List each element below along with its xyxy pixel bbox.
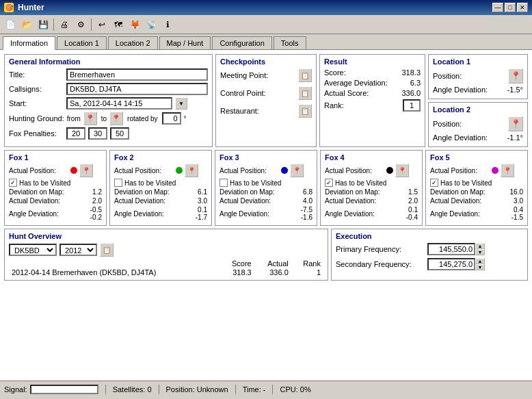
signal-label: Signal: bbox=[4, 385, 27, 394]
actual-score-label: Actual Score: bbox=[324, 89, 369, 97]
fox1-visited-checkbox[interactable]: ✓ bbox=[9, 179, 17, 187]
meeting-point-label: Meeting Point: bbox=[220, 71, 268, 79]
fox3-angle-values: -7.5 -1.6 bbox=[301, 206, 312, 221]
location2-position-label: Position: bbox=[433, 120, 462, 128]
title-input[interactable] bbox=[66, 68, 208, 81]
fox5-deviation-label: Deviation on Map: bbox=[430, 188, 492, 196]
checkpoints-panel: Checkpoints Meeting Point: 📋 Control Poi… bbox=[215, 54, 317, 147]
start-dropdown-btn[interactable]: ▼ bbox=[175, 97, 187, 110]
hunt-overview-btn[interactable]: 📋 bbox=[100, 243, 114, 257]
control-point-btn[interactable]: 📋 bbox=[298, 86, 312, 100]
toolbar-separator-1 bbox=[53, 18, 54, 31]
result-panel: Result Score: 318.3 Average Deviation: 6… bbox=[319, 54, 425, 147]
fox5-actual-pos-label: Actual Position: bbox=[430, 167, 492, 175]
fox-penalties-label: Fox Penalties: bbox=[9, 129, 64, 138]
penalty1-input[interactable] bbox=[66, 127, 85, 140]
tab-map-hunt[interactable]: Map / Hunt bbox=[159, 36, 211, 49]
location2-position-btn[interactable]: 📍 bbox=[508, 116, 523, 131]
location1-position-btn[interactable]: 📍 bbox=[508, 68, 523, 83]
fox5-visited-row: ✓ Has to be Visited bbox=[430, 179, 523, 187]
rotated-by-label: rotated by bbox=[127, 115, 157, 123]
fox4-pos-btn[interactable]: 📍 bbox=[395, 164, 409, 177]
tab-location2[interactable]: Location 2 bbox=[108, 36, 158, 49]
gps-button[interactable]: 📡 bbox=[144, 17, 159, 32]
primary-freq-down[interactable]: ▼ bbox=[475, 249, 485, 255]
fox4-actual-pos-label: Actual Position: bbox=[325, 167, 386, 175]
fox4-actual-dev-label: Actual Deviation: bbox=[325, 197, 386, 205]
maximize-button[interactable]: □ bbox=[505, 3, 516, 12]
secondary-freq-up[interactable]: ▲ bbox=[475, 258, 485, 264]
print-button[interactable]: 🖨 bbox=[57, 17, 72, 32]
hunt-table-row: 2012-04-14 Bremerhaven (DK5BD, DJ4TA) 31… bbox=[9, 268, 323, 277]
primary-freq-spinbox: ▲ ▼ bbox=[427, 243, 485, 255]
fox4-visited-checkbox[interactable]: ✓ bbox=[325, 179, 333, 187]
start-input[interactable] bbox=[66, 97, 172, 110]
primary-freq-input[interactable] bbox=[427, 243, 475, 255]
hunt-row-score: 318.3 bbox=[219, 268, 254, 277]
info-button[interactable]: ℹ bbox=[160, 17, 175, 32]
meeting-point-btn[interactable]: 📋 bbox=[298, 68, 312, 82]
tab-information[interactable]: Information bbox=[3, 36, 55, 50]
secondary-freq-down[interactable]: ▼ bbox=[475, 264, 485, 270]
new-button[interactable]: 📄 bbox=[3, 17, 18, 32]
close-button[interactable]: ✕ bbox=[517, 3, 528, 12]
penalty2-input[interactable] bbox=[88, 127, 107, 140]
save-button[interactable]: 💾 bbox=[36, 17, 51, 32]
to-location-btn[interactable]: 📍 bbox=[109, 112, 123, 125]
fox3-pos-btn[interactable]: 📍 bbox=[290, 164, 304, 177]
hunting-ground-label: Hunting Ground: bbox=[9, 114, 64, 123]
fox1-pos-btn[interactable]: 📍 bbox=[79, 164, 93, 177]
map-button[interactable]: 🗺 bbox=[111, 17, 126, 32]
secondary-freq-input[interactable] bbox=[427, 258, 475, 270]
time-label: Time: - bbox=[243, 385, 266, 394]
fox5-visited-checkbox[interactable]: ✓ bbox=[430, 179, 438, 187]
penalty3-input[interactable] bbox=[110, 127, 129, 140]
fox5-angle-v2: -1.5 bbox=[511, 214, 523, 221]
fox4-title: Fox 4 bbox=[325, 153, 418, 162]
open-button[interactable]: 📂 bbox=[19, 17, 34, 32]
bottom-row: Hunt Overview DK5BD 2012 📋 Score Actual … bbox=[4, 229, 528, 281]
hunt-button[interactable]: 🦊 bbox=[127, 17, 142, 32]
fox1-visited-row: ✓ Has to be Visited bbox=[9, 179, 102, 187]
fox2-visited-checkbox[interactable] bbox=[114, 179, 122, 187]
rotation-input[interactable] bbox=[162, 112, 181, 125]
app-title: Hunter bbox=[18, 3, 44, 12]
fox1-actual-dev-value: 2.0 bbox=[81, 197, 102, 205]
minimize-button[interactable]: — bbox=[492, 3, 503, 12]
fox5-title: Fox 5 bbox=[430, 153, 523, 162]
callsign-select[interactable]: DK5BD bbox=[9, 244, 57, 256]
primary-freq-up[interactable]: ▲ bbox=[475, 243, 485, 249]
location1-angle-value: -1.5° bbox=[507, 86, 523, 94]
status-bar: Signal: Satellites: 0 Position: Unknown … bbox=[0, 381, 532, 397]
tab-tools[interactable]: Tools bbox=[274, 36, 306, 49]
hunt-row-actual: 336.0 bbox=[254, 268, 291, 277]
fox3-actual-pos-label: Actual Position: bbox=[220, 167, 281, 175]
fox2-panel: Fox 2 Actual Position: 📍 Has to be Visit… bbox=[109, 150, 212, 226]
tab-location1[interactable]: Location 1 bbox=[57, 36, 107, 49]
from-location-btn[interactable]: 📍 bbox=[83, 112, 97, 125]
fox5-pos-btn[interactable]: 📍 bbox=[501, 164, 514, 177]
callsigns-input[interactable] bbox=[66, 83, 208, 95]
fox5-actual-dev-value: 3.0 bbox=[503, 197, 523, 205]
fox2-pos-btn[interactable]: 📍 bbox=[185, 164, 198, 177]
refresh-button[interactable]: ↩ bbox=[94, 17, 109, 32]
year-select[interactable]: 2012 bbox=[59, 244, 97, 256]
tab-configuration[interactable]: Configuration bbox=[212, 36, 271, 49]
locations-column: Location 1 Position: 📍 Angle Deviation: … bbox=[428, 54, 528, 147]
result-title: Result bbox=[324, 57, 421, 66]
fox2-title: Fox 2 bbox=[114, 153, 207, 162]
main-content: General Information Title: Callsigns: St… bbox=[0, 50, 532, 381]
hunt-table: Score Actual Rank 2012-04-14 Bremerhaven… bbox=[9, 259, 323, 277]
fox2-visited-row: Has to be Visited bbox=[114, 179, 207, 187]
settings-button[interactable]: ⚙ bbox=[73, 17, 88, 32]
fox3-deviation-value: 6.8 bbox=[292, 188, 312, 196]
restaurant-btn[interactable]: 📋 bbox=[298, 104, 312, 118]
location1-position-label: Position: bbox=[433, 72, 462, 80]
fox3-visited-checkbox[interactable] bbox=[220, 179, 228, 187]
fox3-title: Fox 3 bbox=[220, 153, 312, 162]
fox5-visited-label: Has to be Visited bbox=[440, 179, 492, 187]
control-point-label: Control Point: bbox=[220, 89, 266, 97]
fox1-actual-pos-label: Actual Position: bbox=[9, 167, 70, 175]
fox4-visited-row: ✓ Has to be Visited bbox=[325, 179, 418, 187]
fox2-angle-v1: 0.1 bbox=[198, 206, 207, 214]
